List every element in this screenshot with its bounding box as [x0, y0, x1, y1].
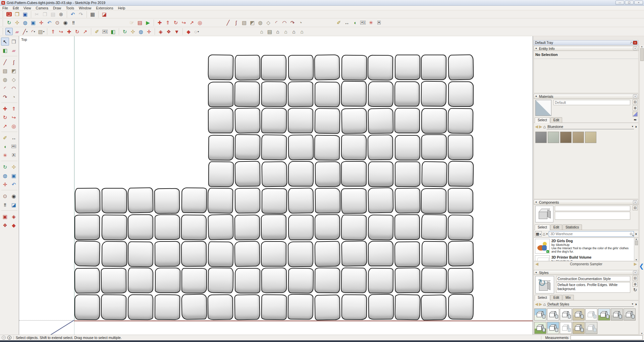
entity-info-header[interactable]: Entity Info ×: [534, 46, 639, 51]
materials-close-icon[interactable]: ×: [633, 94, 637, 98]
tray-scrollbar[interactable]: ▲▼: [639, 45, 644, 335]
stone-cube[interactable]: [234, 134, 260, 160]
stone-cube[interactable]: [448, 188, 473, 213]
component-attributes-icon[interactable]: ▶: [144, 19, 152, 26]
paste-icon[interactable]: ▤: [49, 11, 57, 18]
stone-cube[interactable]: [421, 134, 447, 160]
maximize-button[interactable]: ▢: [625, 1, 634, 5]
in-model-icon[interactable]: ⌂: [543, 124, 546, 129]
details-arrow-icon[interactable]: ◗: [635, 124, 637, 129]
push-pull-icon[interactable]: ⇑: [164, 19, 171, 26]
display-secondary-pane-icon[interactable]: ⊟: [633, 99, 638, 105]
stone-cube[interactable]: [181, 188, 207, 213]
arc-icon[interactable]: ◜: [273, 19, 280, 26]
stone-cube[interactable]: [368, 55, 393, 80]
scale-icon[interactable]: ↗: [1, 122, 9, 130]
stone-cube[interactable]: [288, 55, 314, 80]
stone-cube[interactable]: [448, 81, 474, 107]
stone-cube[interactable]: [315, 161, 340, 187]
update-style-icon[interactable]: ↻: [633, 288, 638, 293]
stone-cube[interactable]: [288, 135, 314, 160]
style-axes-white[interactable]: [560, 322, 572, 334]
stone-cube[interactable]: [261, 108, 286, 133]
zoom-icon[interactable]: ◍: [1, 172, 9, 180]
stone-cube[interactable]: [394, 188, 420, 213]
push-pull-icon[interactable]: ⇑: [10, 105, 18, 113]
stone-cube[interactable]: [261, 294, 286, 320]
make-component-icon[interactable]: ❒: [10, 38, 18, 46]
move-icon[interactable]: ✚: [156, 19, 163, 26]
details-arrow-icon[interactable]: ◗: [635, 231, 637, 236]
stone-cube[interactable]: [288, 161, 314, 187]
stone-cube[interactable]: [421, 108, 446, 134]
extension-1-icon[interactable]: ◈: [157, 28, 164, 35]
details-arrow-icon[interactable]: ◗: [635, 302, 637, 306]
style-white-1[interactable]: [547, 309, 559, 321]
stone-cube[interactable]: [181, 268, 207, 293]
stone-cube[interactable]: [447, 268, 473, 293]
stone-cube[interactable]: [128, 214, 153, 240]
stone-cube[interactable]: [74, 294, 100, 320]
styles-header[interactable]: Styles ×: [534, 270, 639, 275]
eraser-icon[interactable]: ▰: [10, 46, 18, 54]
follow-me-icon[interactable]: ↪: [10, 113, 18, 121]
stone-cube[interactable]: [128, 268, 153, 293]
circle-icon[interactable]: ◍: [1, 75, 9, 83]
print-icon[interactable]: ▦: [89, 11, 96, 18]
stone-cube[interactable]: [368, 135, 393, 160]
arc-icon[interactable]: ◜: [1, 84, 9, 92]
stone-cube[interactable]: [368, 161, 393, 187]
cut-icon[interactable]: ✂: [33, 11, 41, 18]
stone-cube[interactable]: [101, 215, 127, 240]
component-list-item[interactable]: ▸ 2D Girls Dog by SketchUp Use the Inter…: [534, 238, 638, 254]
stone-cube[interactable]: [155, 294, 180, 320]
stone-cube[interactable]: [181, 294, 207, 320]
menu-window[interactable]: Window: [76, 6, 94, 10]
stone-cube[interactable]: [181, 241, 207, 267]
stone-cube[interactable]: [421, 294, 447, 320]
select-icon[interactable]: ↖: [1, 38, 9, 46]
style-gray-1[interactable]: [611, 309, 623, 321]
move-icon[interactable]: ✚: [65, 28, 73, 35]
previous-view-icon[interactable]: ↶: [46, 19, 53, 26]
stone-cube[interactable]: [341, 188, 366, 213]
menu-view[interactable]: View: [21, 6, 34, 10]
stone-cube[interactable]: [368, 294, 393, 320]
stone-cube[interactable]: [288, 215, 314, 240]
material-swatch-bluestone-sage[interactable]: [548, 132, 559, 143]
erase-icon[interactable]: ⊗: [57, 11, 65, 18]
forward-icon[interactable]: ▶: [539, 302, 542, 306]
previous-view-icon[interactable]: ↶: [10, 180, 18, 188]
rectangle-icon[interactable]: ▧▾: [38, 28, 45, 35]
stone-cube[interactable]: [261, 55, 286, 80]
stone-cube[interactable]: [447, 215, 473, 240]
stone-cube[interactable]: [422, 241, 447, 267]
stone-cube[interactable]: [261, 81, 287, 107]
rectangle-icon[interactable]: ▧: [240, 19, 248, 26]
styles-tab-mix[interactable]: Mix: [562, 295, 574, 300]
stone-cube[interactable]: [127, 241, 153, 267]
stone-cube[interactable]: [421, 55, 446, 80]
three-point-arc-icon[interactable]: ↷: [1, 93, 9, 101]
stone-cube[interactable]: [421, 161, 447, 187]
stone-cube[interactable]: [261, 214, 286, 240]
chevron-down-icon[interactable]: ▾: [34, 30, 35, 33]
new-file-icon[interactable]: ❏: [5, 11, 13, 18]
stone-cube[interactable]: [261, 241, 286, 267]
component-name-field[interactable]: [555, 206, 630, 211]
components-tab-select[interactable]: Select: [535, 224, 550, 230]
stone-cube[interactable]: [208, 214, 233, 240]
paint-bucket-icon[interactable]: ◧: [1, 46, 9, 54]
stone-cube[interactable]: [235, 268, 260, 293]
stone-cube[interactable]: [448, 294, 473, 320]
house-tool-2-icon[interactable]: ▤: [266, 28, 273, 35]
extension-d-icon[interactable]: ◆: [10, 221, 18, 229]
stone-cube[interactable]: [314, 135, 340, 160]
menu-extensions[interactable]: Extensions: [94, 6, 115, 10]
stone-cube[interactable]: [394, 108, 420, 133]
stone-cube[interactable]: [127, 294, 153, 320]
look-around-icon[interactable]: ◉: [10, 192, 18, 200]
polygon-icon[interactable]: ◇: [265, 19, 272, 26]
stone-cube[interactable]: [288, 108, 313, 133]
style-gray-sketchy[interactable]: [585, 322, 597, 334]
